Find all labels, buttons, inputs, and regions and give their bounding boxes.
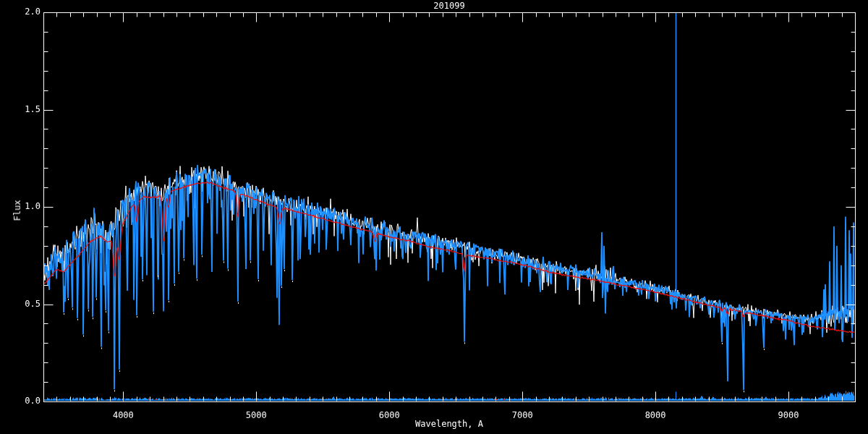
spectrum-canvas bbox=[0, 0, 868, 434]
spectrum-plot-window: 201099 Wavelength, A Flux bbox=[0, 0, 868, 434]
x-axis-label: Wavelength, A bbox=[43, 420, 855, 428]
plot-title: 201099 bbox=[43, 1, 855, 10]
y-axis-label: Flux bbox=[13, 200, 22, 221]
